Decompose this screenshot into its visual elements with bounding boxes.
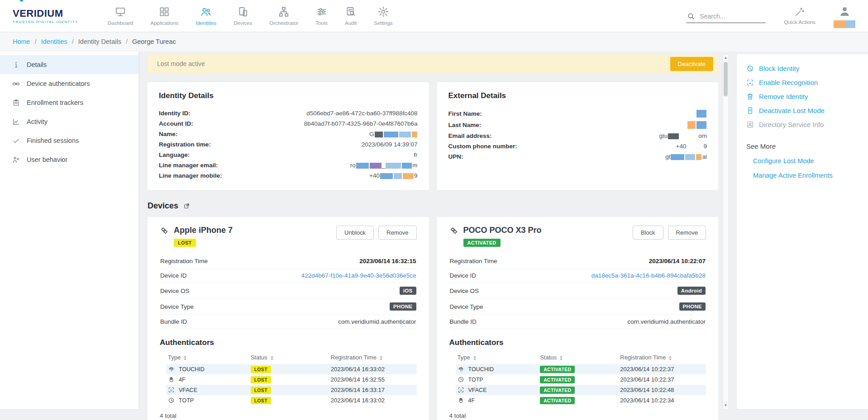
sort-icon <box>560 356 563 360</box>
external-details-card: External Details First Name: Last Name: … <box>437 82 719 190</box>
field-identity-id: Identity ID: d506ebd7-ae86-472c-ba60-37f… <box>159 108 418 118</box>
field-custom-phone-number: Custom phone number: +409 <box>448 141 707 151</box>
column-header-type[interactable]: Type <box>166 351 249 364</box>
nav-item-dashboard[interactable]: Dashboard <box>99 4 142 28</box>
column-header-type[interactable]: Type <box>456 351 539 364</box>
redacted-block <box>671 154 684 160</box>
search-input[interactable] <box>700 13 758 20</box>
info-icon <box>12 61 20 69</box>
device-field-device-os: Device OS iOS <box>160 283 417 299</box>
scrollbar-up-arrow[interactable]: ▲ <box>724 55 728 61</box>
orchestrator-icon <box>278 6 290 18</box>
field-email-address: Email address: gtuom <box>448 131 707 141</box>
veridium-logo[interactable]: VERIDIUM TRUSTED DIGITAL IDENTITY <box>13 8 87 24</box>
status-badge: LOST <box>251 387 271 394</box>
block-identity-link[interactable]: Block Identity <box>746 61 858 76</box>
deactivate-button[interactable]: Deactivate <box>670 57 713 71</box>
sidebar-item-details[interactable]: Details <box>0 55 138 74</box>
identity-details-title: Identity Details <box>159 91 418 100</box>
sidebar-item-enrollment-trackers[interactable]: Enrollment trackers <box>0 93 138 112</box>
redacted-block <box>380 173 393 179</box>
field-name: Name: G <box>159 129 418 139</box>
open-in-window-icon[interactable] <box>183 203 190 209</box>
breadcrumb-home[interactable]: Home <box>13 38 30 45</box>
unblock-button[interactable]: Unblock <box>336 226 374 240</box>
remove-identity-link[interactable]: Remove Identity <box>746 90 858 104</box>
redacted-block <box>412 132 417 137</box>
device-id-link[interactable]: 422d4b67-f10e-41a9-9e40-3e56d036e5ce <box>301 272 416 279</box>
status-badge: LOST <box>251 397 271 404</box>
redacted-gap <box>687 144 703 150</box>
redacted-block <box>384 132 398 137</box>
manage-active-enrollments-link[interactable]: Manage Active Enrollments <box>746 168 858 183</box>
sidebar-item-activity[interactable]: Activity <box>0 112 138 131</box>
deactivate-lost-mode-link[interactable]: Deactivate Lost Mode <box>746 104 858 118</box>
user-pulse-icon <box>12 156 20 164</box>
monitor-icon <box>114 6 126 18</box>
sidebar-item-user-behavior[interactable]: User behavior <box>0 150 138 169</box>
device-id-link[interactable]: da18ec5a-361a-4c16-b4b6-894cbafa5b28 <box>591 272 706 279</box>
people-icon <box>200 6 212 18</box>
sort-icon <box>473 356 476 360</box>
remove-device-button[interactable]: Remove <box>668 226 706 240</box>
nav-item-applications[interactable]: Applications <box>142 4 187 28</box>
nav-item-audit[interactable]: Audit <box>336 4 365 28</box>
breadcrumb-user-name: George Tureac <box>132 38 176 45</box>
details-cards-row: Identity Details Identity ID: d506ebd7-a… <box>148 82 718 190</box>
table-row: TOTP LOST 2023/06/14 16:33:02 <box>166 395 417 406</box>
column-header-status[interactable]: Status <box>249 351 329 364</box>
status-badge: LOST <box>251 376 271 383</box>
block-button[interactable]: Block <box>633 226 663 240</box>
status-badge: ACTIVATED <box>540 376 575 383</box>
redacted-block <box>399 132 411 137</box>
column-header-status[interactable]: Status <box>538 351 618 364</box>
topbar: VERIDIUM TRUSTED DIGITAL IDENTITY Dashbo… <box>0 0 868 32</box>
devices-title: Devices <box>148 201 178 211</box>
status-badge: ACTIVATED <box>540 366 575 373</box>
link-icon <box>12 80 20 88</box>
content-area: Details Device authenticators Enrollment… <box>0 52 868 420</box>
sort-icon <box>271 356 273 360</box>
topbar-right: Quick Actions <box>686 4 855 28</box>
lost-mode-banner-text: Lost mode active <box>157 60 205 67</box>
scrollbar-thumb[interactable] <box>724 62 728 96</box>
checkmark-icon <box>12 137 20 145</box>
search-icon[interactable] <box>687 12 695 20</box>
sort-icon <box>380 356 382 360</box>
search-box[interactable] <box>686 10 766 23</box>
gear-icon <box>377 6 389 18</box>
configure-lost-mode-link[interactable]: Configure Lost Mode <box>746 154 858 168</box>
device-field-bundle-id: Bundle ID com.veridiumid.authenticator <box>449 315 706 329</box>
user-avatar-icon[interactable] <box>839 5 851 18</box>
scrollbar-down-arrow[interactable]: ▼ <box>724 402 728 409</box>
device-name: POCO POCO X3 Pro <box>463 226 542 235</box>
nav-item-settings[interactable]: Settings <box>365 4 401 28</box>
nav-item-tools[interactable]: Tools <box>307 4 336 28</box>
field-upn: UPN: gtal <box>448 151 707 162</box>
column-header-registration-time[interactable]: Registration Time <box>618 351 706 364</box>
column-header-registration-time[interactable]: Registration Time <box>329 351 417 364</box>
logo-diamond-icon <box>19 0 24 2</box>
table-row: TOTP ACTIVATED 2023/06/14 10:22:37 <box>456 374 706 385</box>
breadcrumb-identities[interactable]: Identities <box>41 38 67 45</box>
device-field-device-type: Device Type PHONE <box>449 299 706 315</box>
sidebar-item-device-authenticators[interactable]: Device authenticators <box>0 74 138 93</box>
vertical-scrollbar[interactable]: ▲ ▼ <box>723 54 729 409</box>
device-field-device-type: Device Type PHONE <box>160 299 417 315</box>
nav-item-devices[interactable]: Devices <box>225 4 261 28</box>
fingerprint-icon <box>458 366 464 373</box>
lost-mode-phone-icon <box>746 107 754 114</box>
user-menu[interactable] <box>834 4 855 28</box>
breadcrumb: Home / Identities / Identity Details / G… <box>0 32 868 52</box>
remove-device-button[interactable]: Remove <box>378 226 416 240</box>
nav-item-identities[interactable]: Identities <box>187 4 225 28</box>
enable-recognition-link[interactable]: Enable Recognition <box>746 76 858 90</box>
lost-mode-banner: Lost mode active Deactivate <box>148 54 718 73</box>
sidebar-item-finished-sessions[interactable]: Finished sessions <box>0 131 138 150</box>
status-badge: ACTIVATED <box>540 397 575 404</box>
nav-item-orchestrator[interactable]: Orchestrator <box>261 4 307 28</box>
main-panel: Lost mode active Deactivate Identity Det… <box>138 52 723 420</box>
hand-icon <box>458 397 464 404</box>
quick-actions-button[interactable]: Quick Actions <box>784 4 816 25</box>
device-field-device-id: Device ID 422d4b67-f10e-41a9-9e40-3e56d0… <box>160 269 417 283</box>
